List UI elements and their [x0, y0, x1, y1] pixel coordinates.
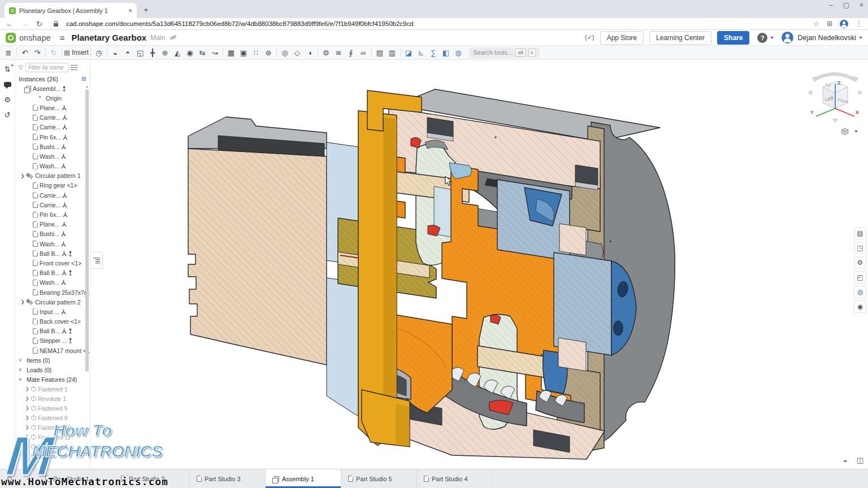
list-view-icon[interactable]	[71, 65, 77, 71]
tree-item[interactable]: Carrie...	[15, 190, 90, 200]
tree-item[interactable]: ❯ Fastened 9	[15, 413, 90, 422]
reload-button[interactable]: ↻	[36, 20, 42, 28]
user-avatar[interactable]	[782, 32, 793, 43]
section-view-icon[interactable]: ◪	[402, 47, 415, 59]
revolute-mate-icon[interactable]: ◓	[121, 47, 134, 59]
learning-center-button[interactable]: Learning Center	[649, 31, 711, 45]
circular-pattern-icon[interactable]: ⊛	[262, 47, 275, 59]
tree-item[interactable]: Stepper ...	[15, 336, 90, 346]
bookmark-star-icon[interactable]: ☆	[813, 20, 819, 28]
insert-icon[interactable]: ⊞ Insert	[64, 47, 89, 59]
branch-label[interactable]: Main	[150, 34, 165, 42]
document-tab[interactable]: Part Studio 2	[114, 469, 190, 488]
parallel-mate-icon[interactable]: ⇆	[196, 47, 209, 59]
share-button[interactable]: Share	[717, 31, 749, 45]
named-views-icon[interactable]: ▤	[374, 47, 386, 59]
cylindrical-mate-icon[interactable]: ⊕	[159, 47, 171, 59]
tree-item[interactable]: Ball B...	[15, 268, 90, 278]
tree-item[interactable]: Origin	[15, 93, 90, 103]
tree-item[interactable]: Carrie...	[15, 123, 90, 132]
appearance-panel-icon[interactable]: ◍	[854, 286, 866, 298]
redo-icon[interactable]: ↷	[31, 47, 44, 59]
sidebar-scrollbar[interactable]: ▲	[85, 85, 89, 469]
tree-item[interactable]: ❯ Revolute 1	[15, 394, 90, 403]
tangent-mate-icon[interactable]: ↝	[209, 47, 221, 59]
document-tab[interactable]: Assembly 1	[266, 469, 341, 488]
replicate-icon[interactable]: ▣	[237, 47, 250, 59]
tree-item[interactable]: Bushi...	[15, 142, 90, 151]
configurations-panel-icon[interactable]: ◰	[854, 271, 866, 284]
tree-item[interactable]: NEMA17 mount <1>	[15, 346, 90, 355]
window-close-button[interactable]: ×	[860, 1, 863, 9]
bom-table-panel-icon[interactable]: ▤	[854, 227, 866, 239]
window-maximize-button[interactable]: ▢	[843, 1, 849, 9]
ball-mate-icon[interactable]: ◉	[184, 47, 196, 59]
tree-item[interactable]: ∨ Mate Features (24)	[15, 374, 90, 384]
tree-item[interactable]: Carrie...	[15, 200, 90, 210]
search-tools[interactable]: Search tools... alt c	[469, 47, 540, 58]
gear-relation-icon[interactable]: ⚙	[320, 47, 332, 59]
tree-item[interactable]: Pin 6x...	[15, 132, 90, 142]
perspective-toggle-icon[interactable]: ◫	[857, 456, 863, 464]
3d-viewport[interactable]: Top Left Front Z X Y ▤◳⚙◰◍◉ ◒◫	[91, 60, 868, 469]
filter-input[interactable]	[25, 63, 68, 72]
document-tab[interactable]: Part Studio 3	[190, 469, 266, 488]
rotate-right-arrow[interactable]	[858, 90, 863, 95]
fastened-mate-icon[interactable]: ◒	[109, 47, 121, 59]
onshape-logo[interactable]	[6, 33, 16, 43]
app-store-button[interactable]: App Store	[600, 31, 644, 45]
undo-icon[interactable]: ↶	[19, 47, 31, 59]
tree-item[interactable]: ❯ Fastened 1	[15, 384, 90, 394]
help-caret-icon[interactable]	[770, 37, 774, 39]
filter-funnel-icon[interactable]: ▽	[19, 64, 23, 71]
exploded-view-icon[interactable]: ◇	[291, 47, 303, 59]
history-icon[interactable]: ↺	[2, 110, 12, 119]
back-button[interactable]: ←	[6, 20, 13, 28]
tree-item[interactable]: ∨ Items (0)	[15, 355, 90, 365]
insert-instance-icon[interactable]: ⊞	[81, 75, 86, 82]
user-caret-icon[interactable]	[859, 37, 862, 39]
linear-pattern-icon[interactable]: ∷	[250, 47, 262, 59]
snap-mode-icon[interactable]: ◎	[279, 47, 291, 59]
tree-item[interactable]: ❯ Fastened 5	[15, 403, 90, 413]
comments-icon[interactable]	[2, 80, 12, 89]
tree-item[interactable]: Back cover <1>	[15, 317, 90, 326]
add-tab-button[interactable]: +	[19, 469, 38, 488]
window-minimize-button[interactable]: –	[829, 1, 833, 9]
search-tabs-icon[interactable]	[0, 469, 19, 488]
tree-item[interactable]: Wash...	[15, 151, 90, 161]
gearbox-model[interactable]	[105, 60, 868, 469]
document-tab[interactable]: Part Studio 1	[38, 469, 114, 488]
help-button[interactable]: ?	[757, 33, 767, 43]
tree-item[interactable]: ❯ Fastened 10	[15, 422, 90, 432]
screw-relation-icon[interactable]: ∮	[345, 47, 357, 59]
tree-item[interactable]: Plane...	[15, 103, 90, 112]
custom-features-icon[interactable]: ⚙	[2, 95, 12, 104]
tree-item[interactable]: Wash...	[15, 162, 90, 171]
rack-pinion-relation-icon[interactable]: ≋	[332, 47, 345, 59]
tree-item[interactable]: Ball B...	[15, 326, 90, 336]
tree-item[interactable]: ❯ Fastened 11	[15, 432, 90, 442]
tree-item[interactable]: Wash...	[15, 239, 90, 249]
o-ring-1[interactable]	[411, 137, 421, 148]
document-title[interactable]: Planetary Gearbox	[72, 33, 147, 42]
section-view-indicator-icon[interactable]: ◒	[843, 456, 848, 464]
browser-profile-avatar[interactable]	[840, 20, 848, 28]
measure-icon[interactable]: ⊾	[415, 47, 427, 59]
belt-relation-icon[interactable]: ∞	[357, 47, 370, 59]
mass-properties-icon[interactable]: ∑	[427, 47, 440, 59]
tab-close-icon[interactable]: ×	[128, 7, 132, 15]
sidebar-collapse-handle[interactable]	[91, 252, 103, 269]
mate-values-icon[interactable]: ⇅ +	[2, 64, 12, 73]
document-menu-icon[interactable]: ≡	[60, 33, 65, 42]
tree-item[interactable]: Input ...	[15, 307, 90, 316]
tree-item[interactable]: Assembl...	[15, 84, 90, 93]
tree-item[interactable]: Front cover <1>	[15, 258, 90, 268]
slider-mate-icon[interactable]: ◱	[134, 47, 146, 59]
tree-item[interactable]: Bearing 25x37x7m...	[15, 287, 90, 297]
document-tab[interactable]: Part Studio 5	[341, 469, 417, 488]
tree-item[interactable]: Ring gear <1>	[15, 181, 90, 190]
pin-slot-mate-icon[interactable]: ◭	[171, 47, 184, 59]
tree-item[interactable]: Pin 6x...	[15, 210, 90, 219]
planar-mate-icon[interactable]: ╋	[146, 47, 159, 59]
